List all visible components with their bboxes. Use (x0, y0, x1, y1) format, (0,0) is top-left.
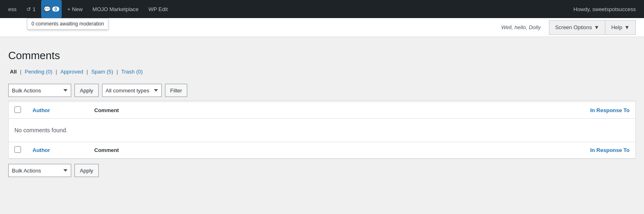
site-name-item[interactable]: ess (4, 0, 21, 18)
refresh-count: 1 (33, 6, 35, 12)
admin-bar-right: Howdy, sweetspotsuccess (574, 6, 640, 12)
sep-1: | (19, 69, 23, 75)
filter-label: Filter (170, 87, 182, 94)
filter-pending[interactable]: Pending (0) (23, 69, 54, 75)
author-sort-link[interactable]: Author (33, 107, 50, 113)
comment-icon: 💬 (44, 6, 51, 12)
filter-spam[interactable]: Spam (5) (90, 69, 115, 75)
new-label: + New (67, 6, 83, 12)
apply-label-top: Apply (80, 87, 93, 94)
filter-button[interactable]: Filter (165, 84, 188, 97)
table-head: Author Comment In Response To (9, 102, 635, 119)
screen-options-chevron-icon: ▼ (594, 24, 600, 30)
header-checkbox-cell (9, 102, 27, 119)
no-comments-row: No comments found. (9, 119, 635, 142)
table-foot: Author Comment In Response To (9, 142, 635, 159)
response-column-label: In Response To (590, 107, 630, 113)
refresh-item[interactable]: ↺ 1 (22, 0, 40, 18)
howdy-text: Howdy, sweetspotsuccess (574, 6, 636, 12)
comments-table-wrapper: Author Comment In Response To (8, 100, 636, 159)
mojo-item[interactable]: MOJO Marketplace (88, 0, 143, 18)
footer-author: Author (27, 142, 88, 159)
footer-author-sort-link[interactable]: Author (33, 147, 50, 153)
site-name-label: ess (8, 6, 16, 12)
table-footer-row: Author Comment In Response To (9, 142, 635, 159)
footer-response-label: In Response To (590, 147, 630, 153)
author-column-label: Author (33, 107, 50, 113)
sep-2: | (54, 69, 58, 75)
trash-count: (0) (136, 69, 143, 75)
select-all-checkbox-top[interactable] (14, 106, 21, 113)
bottom-table-controls: Bulk Actions Unapprove Approve Mark as S… (8, 159, 636, 180)
footer-response-sort-link[interactable]: In Response To (590, 147, 630, 153)
wp-edit-label: WP Edit (149, 6, 168, 12)
comments-table: Author Comment In Response To (9, 102, 635, 159)
pending-count: (0) (46, 69, 52, 75)
bulk-actions-select-top[interactable]: Bulk Actions Unapprove Approve Mark as S… (8, 84, 71, 97)
comments-bubble[interactable]: 💬 0 (41, 0, 61, 18)
help-chevron-icon: ▼ (624, 24, 630, 30)
table-header-row: Author Comment In Response To (9, 102, 635, 119)
admin-bar: ess ↺ 1 💬 0 0 comments awaiting moderati… (0, 0, 644, 18)
footer-comment: Comment (88, 142, 316, 159)
filter-trash[interactable]: Trash (0) (120, 69, 144, 75)
comment-tooltip: 0 comments awaiting moderation (27, 18, 109, 30)
dolly-text: Well, hello, Dolly (493, 24, 549, 30)
footer-checkbox-cell (9, 142, 27, 159)
comment-type-select[interactable]: All comment types Comments Pings (102, 84, 162, 97)
apply-button-top[interactable]: Apply (74, 84, 99, 97)
bulk-actions-select-bottom[interactable]: Bulk Actions Unapprove Approve Mark as S… (8, 164, 71, 177)
select-all-checkbox-bottom[interactable] (14, 146, 21, 153)
filter-links: All | Pending (0) | Approved | Spam (5) … (8, 69, 636, 75)
wp-edit-item[interactable]: WP Edit (144, 0, 172, 18)
no-comments-cell: No comments found. (9, 119, 635, 142)
header-author: Author (27, 102, 88, 119)
admin-bar-left: ess ↺ 1 💬 0 0 comments awaiting moderati… (4, 0, 574, 18)
header-comment: Comment (88, 102, 316, 119)
sep-3: | (85, 69, 89, 75)
footer-response: In Response To (316, 142, 635, 159)
apply-button-bottom[interactable]: Apply (74, 164, 99, 177)
help-button[interactable]: Help ▼ (605, 20, 636, 35)
refresh-icon: ↺ (26, 6, 31, 12)
mojo-label: MOJO Marketplace (93, 6, 139, 12)
screen-options-button[interactable]: Screen Options ▼ (549, 20, 605, 35)
apply-label-bottom: Apply (80, 168, 93, 174)
comment-count: 0 (52, 7, 59, 12)
filter-all[interactable]: All (8, 69, 19, 75)
sep-4: | (115, 69, 119, 75)
no-comments-text: No comments found. (14, 127, 67, 133)
footer-author-label: Author (33, 147, 50, 153)
help-label: Help (611, 24, 622, 30)
footer-comment-label: Comment (94, 147, 119, 153)
main-content: Comments All | Pending (0) | Approved | … (0, 37, 644, 189)
new-item[interactable]: + New (63, 0, 87, 18)
top-table-controls: Bulk Actions Unapprove Approve Mark as S… (8, 81, 636, 100)
comment-column-label: Comment (94, 107, 119, 113)
response-sort-link[interactable]: In Response To (590, 107, 630, 113)
filter-approved[interactable]: Approved (59, 69, 85, 75)
table-body: No comments found. (9, 119, 635, 142)
page-title: Comments (8, 45, 636, 62)
screen-options-label: Screen Options (555, 24, 592, 30)
page-header-controls: Well, hello, Dolly Screen Options ▼ Help… (493, 20, 636, 35)
comments-bubble-container: 💬 0 0 comments awaiting moderation (41, 0, 61, 18)
spam-count: (5) (107, 69, 113, 75)
header-response: In Response To (316, 102, 635, 119)
